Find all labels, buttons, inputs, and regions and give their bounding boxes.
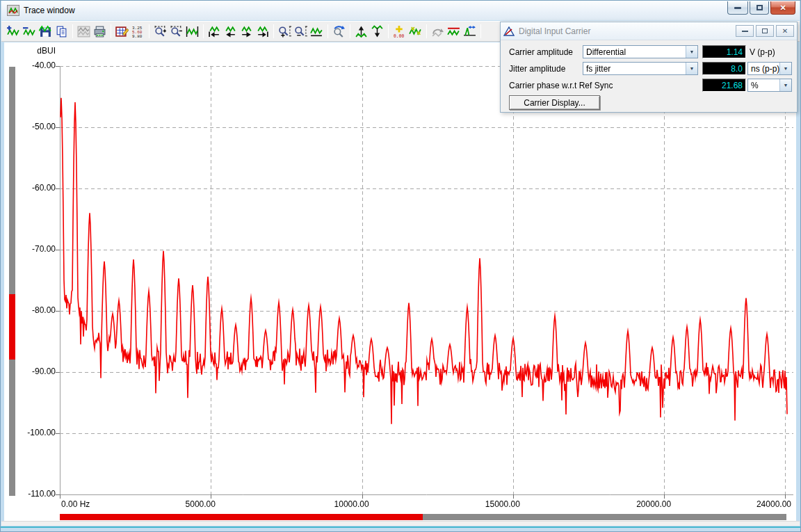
x-tick-label: 15000.00	[471, 499, 534, 509]
carrier-amplitude-select[interactable]: Differential ▼	[583, 45, 698, 58]
y-tick-label: -90.00	[5, 366, 56, 376]
dialog-title-bar[interactable]: Digital Input Carrier ✕	[501, 22, 797, 40]
phase-unit-value: %	[748, 81, 779, 90]
vertical-range-highlight[interactable]	[9, 294, 15, 360]
jitter-unit-select[interactable]: ns (p-p) ▼	[747, 62, 792, 75]
carrier-phase-field[interactable]: 21.68	[702, 79, 746, 92]
dialog-maximize-button[interactable]	[756, 25, 774, 37]
ap-logo-icon	[503, 26, 515, 36]
trace-window: Trace window ✕ 3.255.609.80	[0, 0, 801, 532]
dialog-controls: ✕	[736, 25, 794, 37]
close-icon: ✕	[782, 28, 788, 35]
window-accent-line	[1, 526, 800, 528]
y-axis-unit-label: dBUI	[5, 46, 56, 56]
x-tick-label: 20000.00	[622, 499, 685, 509]
horizontal-range-bar[interactable]	[60, 514, 786, 520]
jitter-unit-value: ns (p-p)	[748, 64, 779, 74]
x-tick-label: 0.00 Hz	[61, 499, 90, 509]
jitter-amplitude-value: fs jitter	[583, 64, 686, 74]
carrier-amplitude-label: Carrier amplitude	[509, 47, 573, 57]
carrier-display-button[interactable]: Carrier Display...	[509, 95, 600, 110]
y-tick-label: -80.00	[5, 305, 56, 315]
jitter-amplitude-label: Jitter amplitude	[509, 64, 565, 74]
horizontal-range-highlight[interactable]	[60, 514, 423, 520]
jitter-amplitude-field[interactable]: 8.0	[702, 62, 746, 75]
window-bottom-edge	[1, 521, 800, 526]
carrier-amplitude-field[interactable]: 1.14	[702, 45, 746, 58]
x-tick-label: 10000.00	[321, 499, 383, 509]
y-tick-label: -60.00	[5, 183, 56, 193]
chevron-down-icon[interactable]: ▼	[779, 63, 791, 74]
minimize-icon	[742, 31, 748, 32]
chevron-down-icon[interactable]: ▼	[686, 46, 697, 58]
dialog-minimize-button[interactable]	[736, 25, 754, 37]
carrier-phase-label: Carrier phase w.r.t Ref Sync	[509, 81, 613, 90]
y-tick-label: -50.00	[5, 122, 56, 131]
digital-input-carrier-dialog: Digital Input Carrier ✕ Carrier amplitud…	[500, 22, 798, 113]
chevron-down-icon[interactable]: ▼	[686, 63, 697, 74]
phase-unit-select[interactable]: % ▼	[747, 79, 792, 92]
x-tick-label: 24000.00	[729, 499, 791, 509]
y-tick-label: -40.00	[5, 61, 56, 70]
carrier-amplitude-unit: V (p-p)	[750, 47, 775, 57]
y-tick-label: -70.00	[5, 244, 56, 254]
x-tick-label: 5000.00	[169, 499, 232, 509]
jitter-amplitude-select[interactable]: fs jitter ▼	[583, 62, 698, 75]
maximize-icon	[762, 29, 768, 33]
dialog-close-button[interactable]: ✕	[776, 25, 794, 37]
y-tick-label: -100.00	[5, 428, 56, 437]
dialog-title: Digital Input Carrier	[519, 26, 590, 36]
carrier-amplitude-value: Differential	[583, 47, 686, 57]
y-tick-label: -110.00	[5, 489, 56, 499]
chevron-down-icon[interactable]: ▼	[779, 79, 791, 91]
